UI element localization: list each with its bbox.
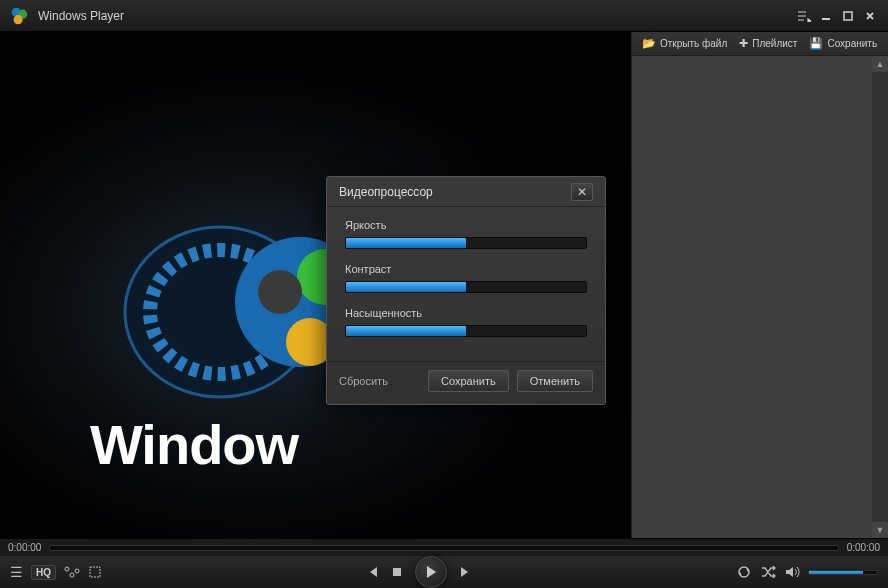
next-icon[interactable] bbox=[459, 565, 473, 579]
playlist-body: ▲ ▼ bbox=[632, 56, 888, 538]
dialog-title-text: Видеопроцессор bbox=[339, 185, 571, 199]
minimize-icon[interactable] bbox=[816, 8, 836, 24]
scroll-down-icon[interactable]: ▼ bbox=[872, 522, 888, 538]
brightness-group: Яркость bbox=[345, 219, 587, 249]
open-file-button[interactable]: 📂 Открыть файл bbox=[638, 35, 731, 52]
saturation-fill bbox=[346, 326, 466, 336]
svg-rect-3 bbox=[844, 12, 852, 20]
brand-text: Window bbox=[90, 412, 298, 477]
time-total: 0:00:00 bbox=[847, 542, 880, 553]
svg-point-2 bbox=[14, 15, 23, 24]
dialog-save-button[interactable]: Сохранить bbox=[428, 370, 509, 392]
equalizer-icon[interactable] bbox=[64, 565, 80, 579]
svg-point-12 bbox=[75, 569, 79, 573]
seek-track[interactable] bbox=[49, 545, 838, 551]
menu-icon[interactable]: ☰ bbox=[10, 564, 23, 580]
sidebar-header: 📂 Открыть файл ✚ Плейлист 💾 Сохранить bbox=[632, 32, 888, 56]
contrast-slider[interactable] bbox=[345, 281, 587, 293]
plus-icon: ✚ bbox=[739, 37, 748, 50]
open-file-label: Открыть файл bbox=[660, 38, 727, 49]
control-bar: ☰ HQ bbox=[0, 556, 888, 588]
playlist-toggle-icon[interactable] bbox=[794, 8, 814, 24]
close-icon[interactable] bbox=[860, 8, 880, 24]
volume-slider[interactable] bbox=[808, 570, 878, 575]
saturation-group: Насыщенность bbox=[345, 307, 587, 337]
scroll-up-icon[interactable]: ▲ bbox=[872, 56, 888, 72]
brightness-fill bbox=[346, 238, 466, 248]
playlist-sidebar: 📂 Открыть файл ✚ Плейлист 💾 Сохранить ▲ … bbox=[631, 32, 888, 538]
volume-fill bbox=[809, 571, 863, 574]
video-processor-dialog: Видеопроцессор ✕ Яркость Контраст Насыще… bbox=[326, 176, 606, 405]
dialog-titlebar[interactable]: Видеопроцессор ✕ bbox=[327, 177, 605, 207]
svg-rect-13 bbox=[90, 567, 100, 577]
volume-icon[interactable] bbox=[784, 565, 800, 579]
saturation-slider[interactable] bbox=[345, 325, 587, 337]
save-label: Сохранить bbox=[827, 38, 877, 49]
dialog-close-button[interactable]: ✕ bbox=[571, 183, 593, 201]
play-button[interactable] bbox=[415, 556, 447, 588]
titlebar: Windows Player bbox=[0, 0, 888, 32]
dialog-body: Яркость Контраст Насыщенность bbox=[327, 207, 605, 361]
brightness-slider[interactable] bbox=[345, 237, 587, 249]
maximize-icon[interactable] bbox=[838, 8, 858, 24]
dialog-footer: Сбросить Сохранить Отменить bbox=[327, 361, 605, 404]
scroll-track[interactable] bbox=[872, 72, 888, 522]
dialog-cancel-button[interactable]: Отменить bbox=[517, 370, 593, 392]
shuffle-icon[interactable] bbox=[760, 565, 776, 579]
reset-button[interactable]: Сбросить bbox=[339, 375, 388, 387]
seekbar: 0:00:00 0:00:00 bbox=[0, 538, 888, 556]
time-current: 0:00:00 bbox=[8, 542, 41, 553]
saturation-label: Насыщенность bbox=[345, 307, 587, 319]
playlist-button[interactable]: ✚ Плейлист bbox=[735, 35, 801, 52]
repeat-icon[interactable] bbox=[736, 565, 752, 579]
contrast-group: Контраст bbox=[345, 263, 587, 293]
contrast-label: Контраст bbox=[345, 263, 587, 275]
contrast-fill bbox=[346, 282, 466, 292]
svg-rect-14 bbox=[393, 568, 401, 576]
save-playlist-button[interactable]: 💾 Сохранить bbox=[805, 35, 881, 52]
playlist-label: Плейлист bbox=[752, 38, 797, 49]
app-title: Windows Player bbox=[38, 9, 794, 23]
crop-icon[interactable] bbox=[88, 565, 102, 579]
svg-point-10 bbox=[65, 567, 69, 571]
svg-point-8 bbox=[258, 270, 302, 314]
app-logo-icon bbox=[8, 5, 30, 27]
stop-icon[interactable] bbox=[391, 566, 403, 578]
hq-button[interactable]: HQ bbox=[31, 565, 56, 580]
scrollbar-vertical[interactable]: ▲ ▼ bbox=[872, 56, 888, 538]
folder-open-icon: 📂 bbox=[642, 37, 656, 50]
brightness-label: Яркость bbox=[345, 219, 587, 231]
save-icon: 💾 bbox=[809, 37, 823, 50]
svg-point-11 bbox=[70, 573, 74, 577]
prev-icon[interactable] bbox=[365, 565, 379, 579]
